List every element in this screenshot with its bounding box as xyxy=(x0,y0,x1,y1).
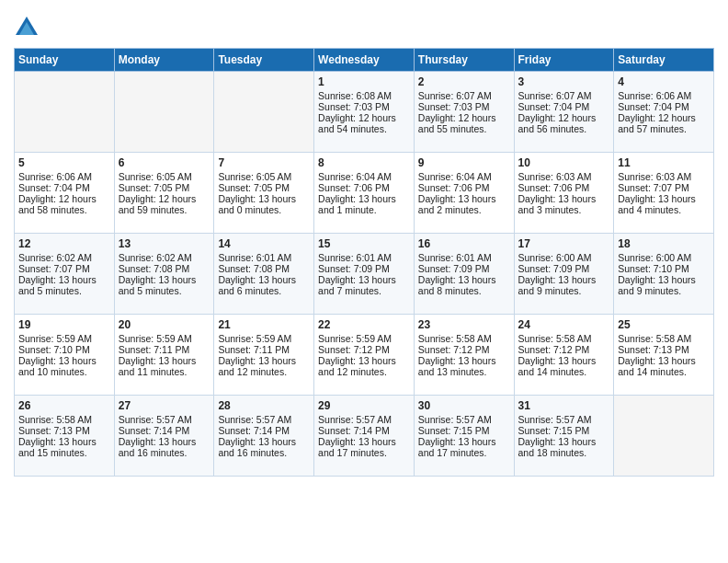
calendar-cell: 31Sunrise: 5:57 AMSunset: 7:15 PMDayligh… xyxy=(514,396,614,477)
sunrise: Sunrise: 5:59 AM xyxy=(218,333,291,344)
day-number: 18 xyxy=(618,237,710,250)
sunrise: Sunrise: 6:03 AM xyxy=(618,171,691,182)
sunrise: Sunrise: 6:05 AM xyxy=(218,171,291,182)
sunset: Sunset: 7:04 PM xyxy=(618,101,689,112)
sunrise: Sunrise: 5:59 AM xyxy=(318,333,392,344)
sunset: Sunset: 7:04 PM xyxy=(518,101,590,112)
sunrise: Sunrise: 5:57 AM xyxy=(218,414,291,425)
calendar-cell: 29Sunrise: 5:57 AMSunset: 7:14 PMDayligh… xyxy=(314,396,415,477)
sunrise: Sunrise: 6:03 AM xyxy=(518,171,592,182)
day-number: 2 xyxy=(418,75,510,88)
calendar-week-1: 1Sunrise: 6:08 AMSunset: 7:03 PMDaylight… xyxy=(15,72,714,153)
sunrise: Sunrise: 5:58 AM xyxy=(518,333,592,344)
sunrise: Sunrise: 6:06 AM xyxy=(18,171,92,182)
daylight: Daylight: 13 hours and 3 minutes. xyxy=(518,193,597,215)
day-number: 7 xyxy=(218,156,310,169)
sunrise: Sunrise: 6:06 AM xyxy=(618,90,691,101)
daylight: Daylight: 12 hours and 58 minutes. xyxy=(18,193,97,215)
sunrise: Sunrise: 6:07 AM xyxy=(518,90,592,101)
sunset: Sunset: 7:13 PM xyxy=(618,344,689,355)
daylight: Daylight: 12 hours and 54 minutes. xyxy=(318,112,396,134)
daylight: Daylight: 13 hours and 12 minutes. xyxy=(318,355,396,377)
daylight: Daylight: 12 hours and 55 minutes. xyxy=(418,112,496,134)
calendar-cell: 4Sunrise: 6:06 AMSunset: 7:04 PMDaylight… xyxy=(614,72,714,153)
sunset: Sunset: 7:11 PM xyxy=(119,344,190,355)
column-header-saturday: Saturday xyxy=(614,49,714,72)
day-number: 17 xyxy=(518,237,610,250)
sunset: Sunset: 7:14 PM xyxy=(318,425,390,436)
daylight: Daylight: 13 hours and 5 minutes. xyxy=(18,274,97,296)
sunset: Sunset: 7:10 PM xyxy=(618,263,689,274)
day-number: 12 xyxy=(18,237,110,250)
calendar-cell: 13Sunrise: 6:02 AMSunset: 7:08 PMDayligh… xyxy=(114,234,214,315)
sunrise: Sunrise: 5:57 AM xyxy=(318,414,392,425)
sunset: Sunset: 7:07 PM xyxy=(618,182,689,193)
day-number: 1 xyxy=(318,75,410,88)
day-number: 19 xyxy=(18,318,110,331)
sunset: Sunset: 7:12 PM xyxy=(518,344,590,355)
calendar-cell: 25Sunrise: 5:58 AMSunset: 7:13 PMDayligh… xyxy=(614,315,714,396)
sunset: Sunset: 7:10 PM xyxy=(18,344,90,355)
daylight: Daylight: 13 hours and 13 minutes. xyxy=(418,355,496,377)
calendar-cell: 22Sunrise: 5:59 AMSunset: 7:12 PMDayligh… xyxy=(314,315,415,396)
calendar-cell: 12Sunrise: 6:02 AMSunset: 7:07 PMDayligh… xyxy=(15,234,115,315)
calendar-cell: 23Sunrise: 5:58 AMSunset: 7:12 PMDayligh… xyxy=(414,315,514,396)
sunrise: Sunrise: 6:00 AM xyxy=(618,252,691,263)
calendar-cell: 26Sunrise: 5:58 AMSunset: 7:13 PMDayligh… xyxy=(15,396,115,477)
day-number: 21 xyxy=(218,318,310,331)
calendar-cell: 19Sunrise: 5:59 AMSunset: 7:10 PMDayligh… xyxy=(15,315,115,396)
sunset: Sunset: 7:08 PM xyxy=(218,263,290,274)
daylight: Daylight: 13 hours and 0 minutes. xyxy=(218,193,296,215)
daylight: Daylight: 13 hours and 7 minutes. xyxy=(318,274,396,296)
calendar-cell: 10Sunrise: 6:03 AMSunset: 7:06 PMDayligh… xyxy=(514,153,614,234)
sunset: Sunset: 7:09 PM xyxy=(318,263,390,274)
calendar-cell xyxy=(15,72,115,153)
sunset: Sunset: 7:07 PM xyxy=(18,263,90,274)
day-number: 23 xyxy=(418,318,510,331)
calendar-header: SundayMondayTuesdayWednesdayThursdayFrid… xyxy=(15,49,714,72)
daylight: Daylight: 12 hours and 59 minutes. xyxy=(119,193,197,215)
sunrise: Sunrise: 5:59 AM xyxy=(18,333,92,344)
daylight: Daylight: 13 hours and 6 minutes. xyxy=(218,274,296,296)
sunrise: Sunrise: 6:01 AM xyxy=(218,252,291,263)
logo xyxy=(14,15,43,40)
sunset: Sunset: 7:05 PM xyxy=(218,182,290,193)
calendar-cell: 28Sunrise: 5:57 AMSunset: 7:14 PMDayligh… xyxy=(214,396,314,477)
daylight: Daylight: 13 hours and 11 minutes. xyxy=(119,355,197,377)
calendar-cell xyxy=(614,396,714,477)
sunrise: Sunrise: 5:57 AM xyxy=(418,414,492,425)
calendar-week-2: 5Sunrise: 6:06 AMSunset: 7:04 PMDaylight… xyxy=(15,153,714,234)
sunset: Sunset: 7:09 PM xyxy=(418,263,490,274)
day-number: 26 xyxy=(18,399,110,412)
calendar-cell: 30Sunrise: 5:57 AMSunset: 7:15 PMDayligh… xyxy=(414,396,514,477)
calendar-cell: 21Sunrise: 5:59 AMSunset: 7:11 PMDayligh… xyxy=(214,315,314,396)
daylight: Daylight: 13 hours and 10 minutes. xyxy=(18,355,97,377)
day-number: 28 xyxy=(218,399,310,412)
sunrise: Sunrise: 6:01 AM xyxy=(318,252,392,263)
daylight: Daylight: 13 hours and 12 minutes. xyxy=(218,355,296,377)
daylight: Daylight: 13 hours and 18 minutes. xyxy=(518,436,597,458)
logo-icon xyxy=(14,15,40,40)
sunset: Sunset: 7:09 PM xyxy=(518,263,590,274)
daylight: Daylight: 13 hours and 2 minutes. xyxy=(418,193,496,215)
day-number: 30 xyxy=(418,399,510,412)
sunset: Sunset: 7:08 PM xyxy=(119,263,190,274)
sunset: Sunset: 7:15 PM xyxy=(418,425,490,436)
calendar-cell: 27Sunrise: 5:57 AMSunset: 7:14 PMDayligh… xyxy=(114,396,214,477)
calendar-cell: 15Sunrise: 6:01 AMSunset: 7:09 PMDayligh… xyxy=(314,234,415,315)
column-header-wednesday: Wednesday xyxy=(314,49,415,72)
calendar-cell xyxy=(214,72,314,153)
day-number: 5 xyxy=(18,156,110,169)
day-number: 24 xyxy=(518,318,610,331)
sunset: Sunset: 7:15 PM xyxy=(518,425,590,436)
day-number: 16 xyxy=(418,237,510,250)
sunrise: Sunrise: 6:01 AM xyxy=(418,252,492,263)
sunset: Sunset: 7:14 PM xyxy=(218,425,290,436)
calendar-cell: 6Sunrise: 6:05 AMSunset: 7:05 PMDaylight… xyxy=(114,153,214,234)
sunrise: Sunrise: 5:58 AM xyxy=(618,333,691,344)
daylight: Daylight: 12 hours and 57 minutes. xyxy=(618,112,696,134)
calendar-cell: 8Sunrise: 6:04 AMSunset: 7:06 PMDaylight… xyxy=(314,153,415,234)
daylight: Daylight: 13 hours and 9 minutes. xyxy=(518,274,597,296)
sunrise: Sunrise: 6:08 AM xyxy=(318,90,392,101)
sunrise: Sunrise: 5:57 AM xyxy=(518,414,592,425)
